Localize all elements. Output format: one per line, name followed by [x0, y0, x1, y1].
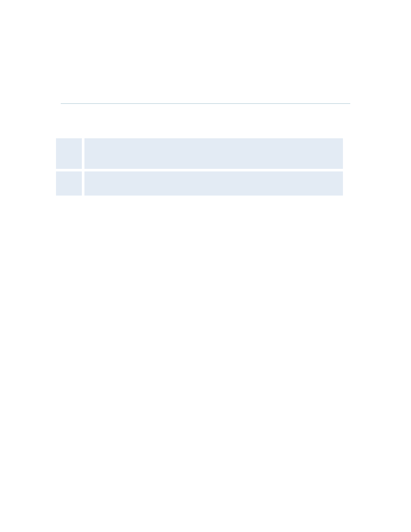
horizontal-divider: [61, 103, 350, 104]
table-cell-left: [56, 171, 82, 196]
table-cell-left: [56, 138, 82, 169]
table-cell-right: [84, 138, 343, 169]
table-cell-right: [84, 171, 343, 196]
table-row: [56, 171, 343, 196]
table-row: [56, 138, 343, 169]
